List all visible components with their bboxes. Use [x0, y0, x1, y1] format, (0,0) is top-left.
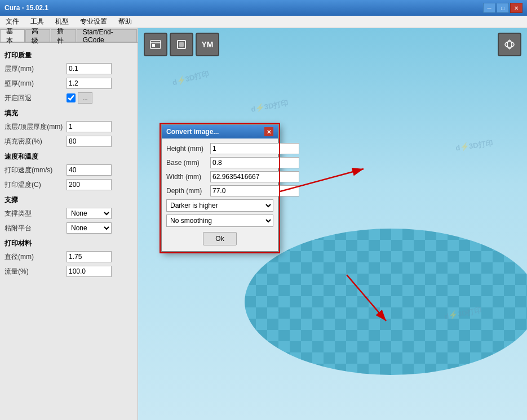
- label-support-type: 支撑类型: [5, 209, 67, 218]
- select-platform-adhesion[interactable]: None: [67, 222, 112, 234]
- input-print-speed[interactable]: [67, 164, 112, 176]
- modal-row-width: Width (mm): [166, 171, 273, 182]
- label-layer-height: 层厚(mm): [5, 64, 67, 74]
- modal-label-base: Base (mm): [166, 159, 210, 167]
- row-retraction: 开启回退 ...: [5, 92, 133, 104]
- main-layout: 基本 高级 插件 Start/End-GCode 打印质量 层厚(mm) 壁厚(…: [0, 28, 527, 420]
- svg-rect-0: [150, 41, 161, 48]
- label-retraction: 开启回退: [5, 93, 67, 103]
- title-bar: Cura - 15.02.1 ─ □ ✕: [0, 0, 527, 16]
- label-platform-adhesion: 粘附平台: [5, 224, 67, 233]
- menu-file[interactable]: 文件: [2, 16, 23, 28]
- maximize-button[interactable]: □: [497, 3, 509, 13]
- tab-basic[interactable]: 基本: [0, 29, 25, 42]
- checkbox-retraction[interactable]: [67, 93, 76, 102]
- modal-row-height: Height (mm): [166, 143, 273, 154]
- menu-machine[interactable]: 机型: [52, 16, 72, 28]
- tab-plugins[interactable]: 插件: [51, 29, 76, 42]
- modal-input-width[interactable]: [210, 171, 299, 182]
- modal-row-base: Base (mm): [166, 157, 273, 168]
- modal-dialog: Convert image... ✕ Height (mm) Base (mm)…: [161, 124, 279, 252]
- row-temperature: 打印温度(C): [5, 178, 133, 191]
- settings-content: 打印质量 层厚(mm) 壁厚(mm) 开启回退 ... 填充 底层/顶层厚度(m…: [0, 43, 138, 420]
- toolbar-right: [498, 33, 521, 56]
- row-wall-thickness: 壁厚(mm): [5, 77, 133, 90]
- input-flow[interactable]: [67, 266, 112, 277]
- label-print-speed: 打印速度(mm/s): [5, 166, 67, 175]
- label-bottom-top: 底层/顶层厚度(mm): [5, 122, 67, 132]
- toolbar-button-3[interactable]: YM: [196, 33, 219, 56]
- row-diameter: 直径(mm): [5, 251, 133, 263]
- input-diameter[interactable]: [67, 251, 112, 262]
- tab-advanced[interactable]: 高级: [25, 29, 50, 42]
- modal-select-darker[interactable]: Darker is higher Lighter is higher: [166, 199, 273, 212]
- toolbar: YM: [144, 33, 219, 56]
- select-support-type[interactable]: None: [67, 208, 112, 219]
- label-temperature: 打印温度(C): [5, 180, 67, 190]
- window-controls: ─ □ ✕: [483, 3, 522, 13]
- menu-bar: 文件 工具 机型 专业设置 帮助: [0, 16, 527, 28]
- modal-select-smoothing[interactable]: No smoothing Some smoothing: [166, 215, 273, 227]
- input-bottom-top[interactable]: [67, 121, 112, 132]
- modal-title-bar: Convert image... ✕: [162, 125, 278, 138]
- toolbar-button-1[interactable]: [144, 33, 167, 56]
- modal-title: Convert image...: [166, 128, 219, 136]
- menu-tools[interactable]: 工具: [27, 16, 47, 28]
- input-layer-height[interactable]: [67, 63, 112, 74]
- menu-expert[interactable]: 专业设置: [77, 16, 110, 28]
- section-speed-title: 速度和温度: [5, 152, 133, 162]
- tab-bar: 基本 高级 插件 Start/End-GCode: [0, 28, 138, 43]
- minimize-button[interactable]: ─: [483, 3, 495, 13]
- modal-label-width: Width (mm): [166, 173, 210, 181]
- section-material-title: 打印材料: [5, 239, 133, 248]
- label-fill-density: 填充密度(%): [5, 137, 67, 146]
- modal-row-depth: Depth (mm): [166, 185, 273, 196]
- row-layer-height: 层厚(mm): [5, 62, 133, 75]
- input-temperature[interactable]: [67, 179, 112, 190]
- modal-input-base[interactable]: [210, 157, 299, 168]
- svg-point-5: [505, 42, 514, 47]
- checker-grid: [245, 229, 527, 375]
- label-wall-thickness: 壁厚(mm): [5, 79, 67, 88]
- row-fill-density: 填充密度(%): [5, 135, 133, 148]
- row-print-speed: 打印速度(mm/s): [5, 164, 133, 176]
- right-panel: d⚡3D打印 d⚡3D打印 d⚡3D打印 d⚡3D打印 d⚡3D打印 YM: [138, 28, 527, 420]
- toolbar-button-2[interactable]: [170, 33, 193, 56]
- section-print-title: 打印质量: [5, 51, 133, 60]
- app-title: Cura - 15.02.1: [5, 4, 48, 12]
- input-wall-thickness[interactable]: [67, 78, 112, 89]
- menu-help[interactable]: 帮助: [115, 16, 135, 28]
- input-fill-density[interactable]: [67, 136, 112, 147]
- modal-close-button[interactable]: ✕: [264, 127, 273, 136]
- left-panel: 基本 高级 插件 Start/End-GCode 打印质量 层厚(mm) 壁厚(…: [0, 28, 138, 420]
- modal-input-depth[interactable]: [210, 185, 299, 196]
- row-bottom-top-thickness: 底层/顶层厚度(mm): [5, 120, 133, 133]
- retraction-options-button[interactable]: ...: [78, 92, 92, 104]
- svg-rect-4: [179, 42, 184, 47]
- modal-label-depth: Depth (mm): [166, 187, 210, 195]
- row-flow: 流量(%): [5, 265, 133, 278]
- row-platform-adhesion: 粘附平台 None: [5, 222, 133, 234]
- section-fill-title: 填充: [5, 109, 133, 118]
- modal-body: Height (mm) Base (mm) Width (mm) Depth (…: [162, 138, 278, 251]
- section-support-title: 支撑: [5, 195, 133, 205]
- row-support-type: 支撑类型 None: [5, 207, 133, 220]
- label-flow: 流量(%): [5, 267, 67, 276]
- floor-ellipse: [245, 229, 527, 375]
- toolbar-button-4[interactable]: [498, 33, 521, 56]
- svg-rect-2: [152, 44, 155, 47]
- modal-input-height[interactable]: [210, 143, 299, 154]
- close-button[interactable]: ✕: [510, 3, 522, 13]
- modal-label-height: Height (mm): [166, 145, 210, 153]
- tab-startend[interactable]: Start/End-GCode: [77, 29, 137, 42]
- modal-ok-button[interactable]: Ok: [203, 232, 237, 245]
- label-diameter: 直径(mm): [5, 252, 67, 262]
